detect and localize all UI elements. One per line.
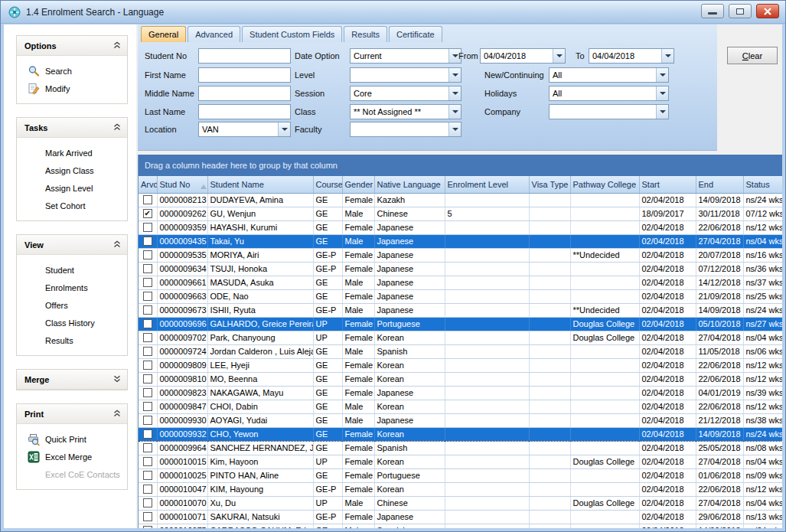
arrived-checkbox[interactable] <box>143 278 152 287</box>
table-row[interactable]: 0000009964SANCHEZ HERNANDEZ, JennifGEFem… <box>139 441 782 455</box>
tab-general[interactable]: General <box>141 26 186 42</box>
group-by-bar[interactable]: Drag a column header here to group by th… <box>139 155 782 176</box>
table-row[interactable]: 0000009809LEE, HyejiGEFemaleKorean02/04/… <box>139 358 782 372</box>
table-row[interactable]: 0000009359HAYASHI, KurumiGEFemaleJapanes… <box>139 220 782 234</box>
level-select[interactable] <box>350 67 461 83</box>
column-header-language[interactable]: Native Language <box>374 176 445 193</box>
table-row[interactable]: 0000010070Xu, DuUPMaleChineseDouglas Col… <box>139 496 782 510</box>
sidebar-item-class-history[interactable]: Class History <box>17 314 127 331</box>
table-row[interactable]: 0000010015Kim, HayoonUPFemaleKoreanDougl… <box>139 455 782 468</box>
sidebar-item-quick-print[interactable]: Quick Print <box>17 430 127 448</box>
column-header-course[interactable]: Course <box>313 176 342 193</box>
table-row[interactable]: 0000008213DUDAYEVA, AminaGEFemaleKazakh0… <box>139 193 782 207</box>
arrived-checkbox[interactable] <box>143 195 152 204</box>
table-row[interactable]: 0000010047KIM, HayoungGE-PFemaleKorean02… <box>139 482 782 496</box>
maximize-button[interactable] <box>729 4 752 18</box>
section-header-print[interactable]: Print <box>17 404 127 424</box>
table-row[interactable]: 0000009634TSUJI, HonokaGE-PFemaleJapanes… <box>139 262 782 276</box>
table-row[interactable]: 0000009823NAKAGAWA, MayuGEFemaleJapanese… <box>139 386 782 400</box>
holidays-select[interactable]: All <box>549 86 669 101</box>
arrived-checkbox[interactable] <box>143 512 152 521</box>
tab-student-custom-fields[interactable]: Student Custom Fields <box>242 26 342 42</box>
arrived-checkbox[interactable] <box>143 416 152 425</box>
arrived-checkbox[interactable] <box>143 237 152 246</box>
arrived-checkbox[interactable]: ✔ <box>143 209 152 218</box>
section-header-tasks[interactable]: Tasks <box>17 118 127 138</box>
table-row[interactable]: 0000010025PINTO HAN, AlineGEFemalePortug… <box>139 468 782 482</box>
column-header-level[interactable]: Enrolment Level <box>445 176 529 193</box>
table-row[interactable]: 0000009663ODE, NaoGEFemaleJapanese02/04/… <box>139 289 782 303</box>
tab-results[interactable]: Results <box>344 26 387 42</box>
new-continuing-select[interactable]: All <box>549 67 669 83</box>
section-header-merge[interactable]: Merge <box>17 370 127 390</box>
column-header-start[interactable]: Start <box>639 176 696 193</box>
table-row[interactable]: 0000010071SAKURAI, NatsukiGE-PFemaleJapa… <box>139 510 782 524</box>
table-row[interactable]: 0000009930AOYAGI, YudaiGEMaleJapanese02/… <box>139 413 782 427</box>
column-header-end[interactable]: End <box>696 176 743 193</box>
column-header-stud_no[interactable]: Stud No <box>157 176 207 193</box>
clear-button[interactable]: Clear <box>727 47 778 64</box>
last-name-input[interactable] <box>198 104 291 119</box>
table-row[interactable]: ✔0000009262GU, WenjunGEMaleChinese518/09… <box>139 207 782 220</box>
table-row[interactable]: 0000009847CHOI, DabinGEMaleKorean02/04/2… <box>139 400 782 413</box>
arrived-checkbox[interactable] <box>143 471 152 480</box>
to-date-select[interactable]: 04/04/2018 <box>589 48 674 64</box>
middle-name-input[interactable] <box>198 86 291 101</box>
from-date-select[interactable]: 04/04/2018 <box>480 48 566 64</box>
arrived-checkbox[interactable] <box>143 264 152 273</box>
location-select[interactable]: VAN <box>198 122 291 137</box>
sidebar-item-enrolments[interactable]: Enrolments <box>17 279 127 296</box>
table-row[interactable]: 0000009696GALHARDO, Greice PereiraUPFema… <box>139 317 782 331</box>
sidebar-item-set-cohort[interactable]: Set Cohort <box>17 197 127 214</box>
arrived-checkbox[interactable] <box>143 347 152 356</box>
sidebar-item-results[interactable]: Results <box>17 331 127 349</box>
table-row[interactable]: 0000009932CHO, YewonGEFemaleKorean02/04/… <box>139 427 782 441</box>
arrived-checkbox[interactable] <box>143 374 152 383</box>
arrived-checkbox[interactable] <box>143 429 152 439</box>
table-row[interactable]: 0000009724Jordan Calderon , Luis Alejand… <box>139 344 782 358</box>
arrived-checkbox[interactable] <box>143 498 152 508</box>
sidebar-item-offers[interactable]: Offers <box>17 296 127 314</box>
table-row[interactable]: 0000009673ISHII, RyutaGE-PMaleJapanese**… <box>139 303 782 317</box>
arrived-checkbox[interactable] <box>143 388 152 397</box>
company-select[interactable] <box>549 104 669 119</box>
close-button[interactable] <box>756 4 779 18</box>
arrived-checkbox[interactable] <box>143 402 152 411</box>
table-row[interactable]: 0000009535MORIYA, AiriGE-PFemaleJapanese… <box>139 248 782 262</box>
tab-advanced[interactable]: Advanced <box>188 26 240 42</box>
section-header-options[interactable]: Options <box>17 36 127 56</box>
student-no-input[interactable] <box>198 48 291 64</box>
tab-certificate[interactable]: Certificate <box>389 26 442 42</box>
sidebar-item-excel-merge[interactable]: Excel Merge <box>17 448 127 465</box>
arrived-checkbox[interactable] <box>143 223 152 232</box>
faculty-select[interactable] <box>350 122 461 137</box>
arrived-checkbox[interactable] <box>143 361 152 370</box>
table-row[interactable]: 0000009435Takai, YuGEMaleJapanese02/04/2… <box>139 234 782 248</box>
sidebar-item-student[interactable]: Student <box>17 261 127 279</box>
column-header-arvd[interactable]: Arvd <box>139 176 157 193</box>
arrived-checkbox[interactable] <box>143 250 152 259</box>
sidebar-item-search[interactable]: Search <box>17 62 127 80</box>
session-select[interactable]: Core <box>350 86 461 101</box>
class-select[interactable]: ** Not Assigned ** <box>350 104 461 119</box>
table-row[interactable]: 0000009810MO, BeennaGEFemaleKorean02/04/… <box>139 372 782 386</box>
arrived-checkbox[interactable] <box>143 457 152 466</box>
column-header-name[interactable]: Student Name <box>207 176 313 193</box>
column-header-gender[interactable]: Gender <box>342 176 374 193</box>
table-row[interactable]: 0000010075CARRASCO CAHUM, Edgar NaGEMale… <box>139 524 782 528</box>
arrived-checkbox[interactable] <box>143 485 152 494</box>
sidebar-item-assign-class[interactable]: Assign Class <box>17 162 127 179</box>
column-header-pathway[interactable]: Pathway College <box>570 176 639 193</box>
sidebar-item-modify[interactable]: Modify <box>17 80 127 97</box>
table-row[interactable]: 0000009661MASUDA, AsukaGEMaleJapanese02/… <box>139 276 782 289</box>
arrived-checkbox[interactable] <box>143 292 152 301</box>
first-name-input[interactable] <box>198 67 291 83</box>
column-header-status[interactable]: Status <box>743 176 782 193</box>
arrived-checkbox[interactable] <box>143 333 152 342</box>
section-header-view[interactable]: View <box>17 235 127 255</box>
sidebar-item-mark-arrived[interactable]: Mark Arrived <box>17 144 127 162</box>
arrived-checkbox[interactable] <box>143 526 152 528</box>
minimize-button[interactable] <box>701 4 724 18</box>
sidebar-item-assign-level[interactable]: Assign Level <box>17 179 127 197</box>
date-option-select[interactable]: Current <box>350 48 461 64</box>
